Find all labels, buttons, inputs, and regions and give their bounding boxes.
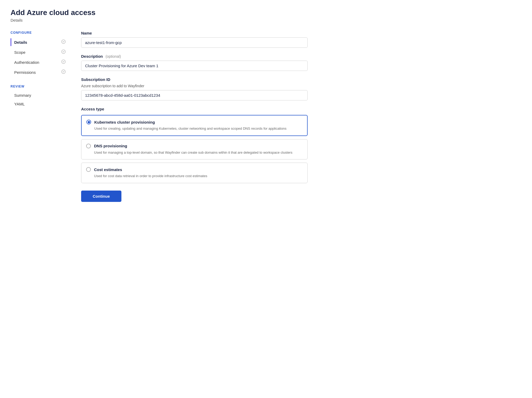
radio-dns-title: DNS provisioning xyxy=(94,144,127,148)
subscription-id-input[interactable] xyxy=(81,90,308,100)
main-layout: CONFIGURE Details Scope xyxy=(11,31,521,202)
scope-check-icon xyxy=(61,49,66,55)
radio-kubernetes-circle xyxy=(86,120,91,124)
sidebar-item-authentication-label: Authentication xyxy=(14,60,39,65)
description-field-group: Description (optional) xyxy=(81,54,308,71)
subscription-id-label: Subscription ID xyxy=(81,77,308,82)
radio-kubernetes-desc: Used for creating, updating and managing… xyxy=(86,126,302,131)
sidebar-item-summary[interactable]: Summary xyxy=(11,91,68,100)
radio-dns-header: DNS provisioning xyxy=(86,144,303,148)
continue-button[interactable]: Continue xyxy=(81,191,121,202)
description-label: Description (optional) xyxy=(81,54,308,59)
radio-dns-desc: Used for managing a top-level domain, so… xyxy=(86,150,303,155)
details-check-icon xyxy=(61,39,66,45)
sidebar-item-authentication[interactable]: Authentication xyxy=(11,57,68,67)
form-content: Name Description (optional) Subscription… xyxy=(81,31,308,202)
sidebar-item-yaml[interactable]: YAML xyxy=(11,100,68,108)
description-input[interactable] xyxy=(81,61,308,71)
sidebar-item-permissions-label: Permissions xyxy=(14,70,36,75)
radio-cost-title: Cost estimates xyxy=(94,167,122,172)
page-container: Add Azure cloud access Details CONFIGURE… xyxy=(0,0,532,398)
radio-cost-desc: Used for cost data retrieval in order to… xyxy=(86,173,303,179)
radio-kubernetes[interactable]: Kubernetes cluster provisioning Used for… xyxy=(81,115,308,136)
subscription-id-field-group: Subscription ID Azure subscription to ad… xyxy=(81,77,308,100)
page-subtitle: Details xyxy=(11,18,521,22)
radio-kubernetes-header: Kubernetes cluster provisioning xyxy=(86,120,302,124)
name-field-group: Name xyxy=(81,31,308,48)
sidebar-item-details-label: Details xyxy=(14,40,27,45)
review-items-list: Summary YAML xyxy=(11,91,68,108)
sidebar-item-summary-label: Summary xyxy=(14,93,31,98)
sidebar-item-details[interactable]: Details xyxy=(11,37,68,47)
radio-kubernetes-title: Kubernetes cluster provisioning xyxy=(94,120,155,124)
name-input[interactable] xyxy=(81,37,308,48)
radio-dns[interactable]: DNS provisioning Used for managing a top… xyxy=(81,139,308,160)
configure-items-list: Details Scope xyxy=(11,37,68,77)
sidebar-item-scope-label: Scope xyxy=(14,50,26,55)
sidebar-item-permissions[interactable]: Permissions xyxy=(11,67,68,77)
radio-cost-circle xyxy=(86,167,91,172)
name-label: Name xyxy=(81,31,308,35)
access-type-label: Access type xyxy=(81,107,308,111)
subscription-id-sublabel: Azure subscription to add to Wayfinder xyxy=(81,84,308,88)
authentication-check-icon xyxy=(61,59,66,65)
radio-cost-header: Cost estimates xyxy=(86,167,303,172)
permissions-check-icon xyxy=(61,69,66,75)
sidebar-item-yaml-label: YAML xyxy=(14,102,25,106)
sidebar: CONFIGURE Details Scope xyxy=(11,31,68,116)
radio-dns-circle xyxy=(86,144,91,148)
configure-section-label: CONFIGURE xyxy=(11,31,68,35)
radio-cost[interactable]: Cost estimates Used for cost data retrie… xyxy=(81,163,308,183)
page-title: Add Azure cloud access xyxy=(11,8,521,17)
description-optional: (optional) xyxy=(106,54,121,59)
review-section-label: REVIEW xyxy=(11,85,68,88)
sidebar-item-scope[interactable]: Scope xyxy=(11,47,68,57)
access-type-group: Access type Kubernetes cluster provision… xyxy=(81,107,308,183)
